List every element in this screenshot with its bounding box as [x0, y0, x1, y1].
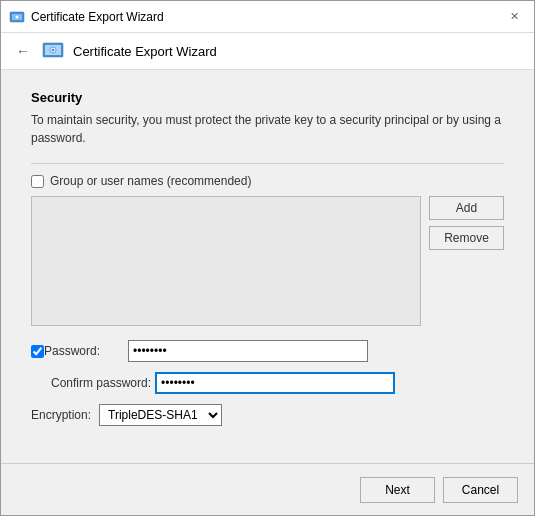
user-area: Add Remove — [31, 196, 504, 326]
svg-point-6 — [52, 49, 55, 52]
certificate-export-wizard-window: Certificate Export Wizard ✕ ← Certificat… — [0, 0, 535, 516]
add-button[interactable]: Add — [429, 196, 504, 220]
password-checkbox[interactable] — [31, 345, 44, 358]
svg-point-2 — [15, 15, 19, 19]
wizard-icon — [41, 39, 65, 63]
remove-button[interactable]: Remove — [429, 226, 504, 250]
back-button[interactable]: ← — [13, 41, 33, 61]
wizard-title: Certificate Export Wizard — [73, 44, 217, 59]
encryption-label: Encryption: — [31, 408, 91, 422]
password-row: Password: — [31, 340, 504, 362]
cancel-button[interactable]: Cancel — [443, 477, 518, 503]
confirm-password-input[interactable] — [155, 372, 395, 394]
password-label: Password: — [44, 344, 124, 358]
window-title: Certificate Export Wizard — [31, 10, 502, 24]
confirm-password-row: Confirm password: — [31, 372, 504, 394]
section-title: Security — [31, 90, 504, 105]
encryption-select[interactable]: TripleDES-SHA1 AES256-SHA256 — [99, 404, 222, 426]
password-input[interactable] — [128, 340, 368, 362]
encryption-row: Encryption: TripleDES-SHA1 AES256-SHA256 — [31, 404, 504, 426]
nav-bar: ← Certificate Export Wizard — [1, 33, 534, 70]
group-checkbox-label: Group or user names (recommended) — [50, 174, 251, 188]
content-area: Security To maintain security, you must … — [1, 70, 534, 463]
group-checkbox-row: Group or user names (recommended) — [31, 174, 504, 188]
user-action-buttons: Add Remove — [429, 196, 504, 326]
confirm-password-label: Confirm password: — [51, 376, 151, 390]
close-button[interactable]: ✕ — [502, 5, 526, 29]
group-checkbox[interactable] — [31, 175, 44, 188]
section-description: To maintain security, you must protect t… — [31, 111, 504, 147]
window-icon — [9, 9, 25, 25]
title-bar-controls: ✕ — [502, 5, 526, 29]
footer: Next Cancel — [1, 463, 534, 515]
title-bar: Certificate Export Wizard ✕ — [1, 1, 534, 33]
user-listbox — [31, 196, 421, 326]
next-button[interactable]: Next — [360, 477, 435, 503]
separator — [31, 163, 504, 164]
